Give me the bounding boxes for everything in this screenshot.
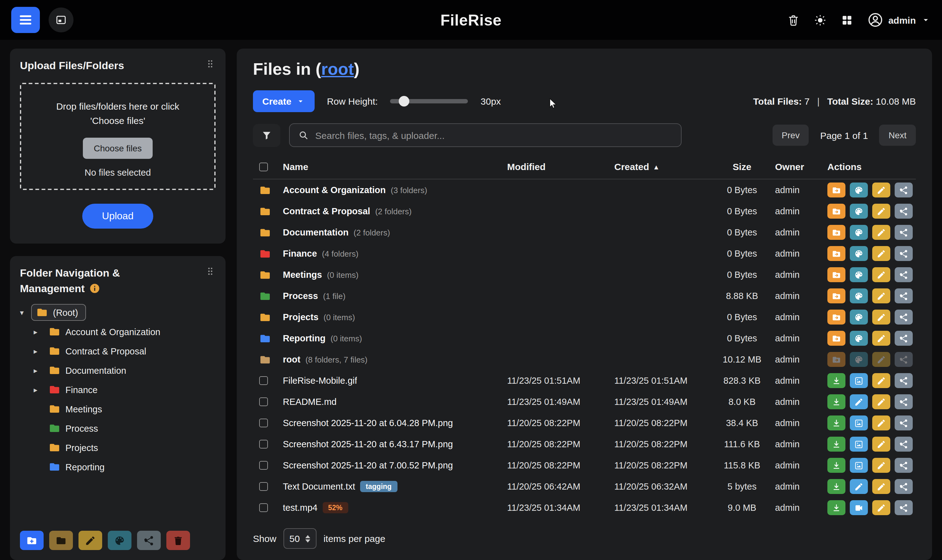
palette-button[interactable]	[850, 225, 868, 240]
download-button[interactable]	[827, 415, 845, 431]
table-row[interactable]: Meetings(0 items)0 Bytesadmin	[253, 264, 916, 285]
apps-grid-icon[interactable]	[840, 13, 854, 26]
folder-name[interactable]: Process	[283, 291, 318, 301]
table-row[interactable]: Contract & Proposal(2 folders)0 Bytesadm…	[253, 201, 916, 222]
share-button[interactable]	[895, 204, 913, 218]
rename-button[interactable]	[872, 458, 890, 473]
folder-move-button[interactable]	[827, 183, 845, 197]
share-button[interactable]	[895, 331, 913, 346]
share-button[interactable]	[895, 267, 913, 282]
rename-button[interactable]	[872, 479, 890, 494]
palette-button[interactable]	[850, 183, 868, 197]
file-name[interactable]: FileRise-Mobile.gif	[283, 375, 357, 386]
folder-name[interactable]: Projects	[283, 312, 319, 322]
preview-image-button[interactable]	[850, 415, 868, 431]
folder-name[interactable]: Contract & Proposal	[283, 206, 370, 216]
tree-item-contract-proposal[interactable]: ▸Contract & Proposal	[20, 342, 215, 361]
table-row[interactable]: Process(1 file)8.88 KBadmin	[253, 285, 916, 306]
row-checkbox[interactable]	[259, 376, 268, 385]
palette-button[interactable]	[850, 204, 868, 218]
edit-button[interactable]	[850, 394, 868, 409]
file-name[interactable]: test.mp4	[283, 503, 317, 513]
rename-button[interactable]	[872, 373, 890, 388]
share-button[interactable]	[895, 183, 913, 197]
trash-icon[interactable]	[787, 13, 800, 26]
share-button[interactable]	[895, 394, 913, 409]
caret-right-icon[interactable]: ▸	[34, 328, 45, 336]
download-button[interactable]	[827, 373, 845, 388]
folder-color-button[interactable]	[108, 531, 131, 550]
palette-button[interactable]	[850, 309, 868, 325]
file-name[interactable]: Text Document.txt	[283, 482, 355, 491]
rename-button[interactable]	[872, 415, 890, 431]
preview-video-button[interactable]	[850, 500, 868, 515]
move-folder-button[interactable]	[49, 531, 73, 550]
folder-move-button[interactable]	[827, 246, 845, 261]
prev-button[interactable]: Prev	[772, 125, 809, 146]
download-button[interactable]	[827, 437, 845, 452]
table-row[interactable]: test.mp452%11/23/25 01:34AM11/23/25 01:3…	[253, 497, 916, 518]
rename-button[interactable]	[872, 246, 890, 261]
table-row[interactable]: Documentation(2 folders)0 Bytesadmin	[253, 222, 916, 243]
rename-folder-button[interactable]	[78, 531, 102, 550]
table-row[interactable]: Screenshot 2025-11-20 at 6.43.17 PM.png1…	[253, 434, 916, 455]
preview-image-button[interactable]	[850, 458, 868, 473]
share-button[interactable]	[895, 352, 913, 367]
table-row[interactable]: Screenshot 2025-11-20 at 6.04.28 PM.png1…	[253, 412, 916, 434]
download-button[interactable]	[827, 394, 845, 409]
row-checkbox[interactable]	[259, 418, 268, 427]
preview-image-button[interactable]	[850, 373, 868, 388]
row-checkbox[interactable]	[259, 397, 268, 406]
row-checkbox[interactable]	[259, 482, 268, 491]
rename-button[interactable]	[872, 309, 890, 325]
share-button[interactable]	[895, 437, 913, 452]
rename-button[interactable]	[872, 352, 890, 367]
rename-button[interactable]	[872, 437, 890, 452]
tree-item-account-organization[interactable]: ▸Account & Organization	[20, 322, 215, 342]
filter-button[interactable]	[253, 124, 280, 147]
tree-item-reporting[interactable]: Reporting	[20, 457, 215, 477]
next-button[interactable]: Next	[879, 125, 916, 146]
file-name[interactable]: README.md	[283, 397, 336, 407]
folder-move-button[interactable]	[827, 288, 845, 303]
caret-right-icon[interactable]: ▸	[34, 347, 45, 356]
folder-move-button[interactable]	[827, 267, 845, 282]
upload-button[interactable]: Upload	[82, 204, 153, 229]
folder-move-button[interactable]	[827, 225, 845, 240]
rename-button[interactable]	[872, 267, 890, 282]
tree-item-finance[interactable]: ▸Finance	[20, 380, 215, 400]
rename-button[interactable]	[872, 331, 890, 346]
table-row[interactable]: Projects(0 items)0 Bytesadmin	[253, 306, 916, 328]
folder-move-button[interactable]	[827, 352, 845, 367]
share-button[interactable]	[895, 288, 913, 303]
column-size[interactable]: Size	[709, 162, 775, 172]
rename-button[interactable]	[872, 288, 890, 303]
table-row[interactable]: README.md11/23/25 01:49AM11/23/25 01:49A…	[253, 391, 916, 412]
theme-toggle-icon[interactable]	[814, 13, 827, 26]
palette-button[interactable]	[850, 246, 868, 261]
row-checkbox[interactable]	[259, 440, 268, 449]
choose-files-button[interactable]: Choose files	[83, 138, 152, 159]
table-row[interactable]: Finance(4 folders)0 Bytesadmin	[253, 243, 916, 264]
share-button[interactable]	[895, 225, 913, 240]
table-row[interactable]: Screenshot 2025-11-20 at 7.00.52 PM.png1…	[253, 455, 916, 476]
row-checkbox[interactable]	[259, 503, 268, 512]
share-button[interactable]	[895, 415, 913, 431]
user-menu[interactable]: admin	[867, 12, 931, 28]
menu-button[interactable]	[11, 7, 40, 33]
folder-name[interactable]: Documentation	[283, 228, 349, 237]
preview-image-button[interactable]	[850, 437, 868, 452]
folder-name[interactable]: Finance	[283, 249, 317, 258]
row-height-slider[interactable]	[390, 99, 468, 103]
tree-item-meetings[interactable]: Meetings	[20, 400, 215, 419]
column-name[interactable]: Name	[282, 162, 507, 172]
share-button[interactable]	[895, 479, 913, 494]
create-folder-button[interactable]	[20, 531, 44, 550]
view-toggle-button[interactable]	[49, 8, 74, 32]
file-name[interactable]: Screenshot 2025-11-20 at 6.43.17 PM.png	[283, 439, 453, 449]
rename-button[interactable]	[872, 225, 890, 240]
folder-move-button[interactable]	[827, 204, 845, 218]
caret-right-icon[interactable]: ▸	[34, 386, 45, 394]
folder-name[interactable]: Reporting	[283, 333, 326, 343]
search-input[interactable]	[315, 130, 673, 140]
